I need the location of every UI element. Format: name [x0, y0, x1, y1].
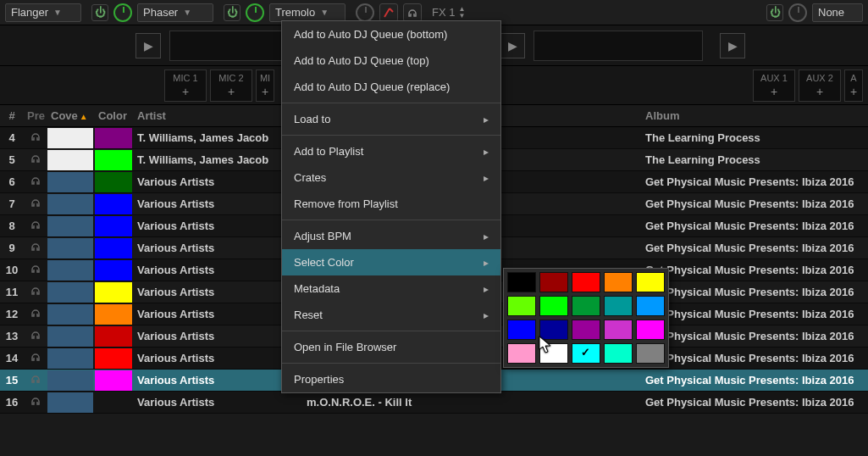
color-swatch-option[interactable]: [636, 296, 665, 316]
color-swatch-option[interactable]: [507, 343, 536, 364]
preview-button[interactable]: [24, 197, 47, 211]
preview-button[interactable]: [24, 329, 47, 343]
fx-knob-dim[interactable]: [356, 3, 374, 22]
fx-unit-selector[interactable]: FX 1 ▲▼: [427, 6, 472, 19]
menu-item-label: Select Color: [294, 256, 354, 269]
color-swatch-option[interactable]: [539, 320, 568, 340]
fx-dropdown-none[interactable]: None: [812, 3, 863, 22]
menu-item[interactable]: Adjust BPM▸: [282, 223, 500, 249]
menu-item[interactable]: Remove from Playlist: [282, 191, 500, 217]
table-row[interactable]: 16Various Artistsm.O.N.R.O.E. - Kill ItG…: [0, 392, 868, 414]
preview-button[interactable]: [24, 373, 47, 387]
col-preview[interactable]: Pre: [24, 109, 47, 122]
color-swatch-option[interactable]: [507, 296, 536, 316]
row-number: 9: [0, 242, 24, 254]
aux-2[interactable]: AUX 2+: [799, 70, 841, 102]
preview-button[interactable]: [24, 307, 47, 321]
fx-power-button[interactable]: ⏻: [224, 4, 240, 21]
aux-1[interactable]: AUX 1+: [753, 70, 795, 102]
preview-button[interactable]: [24, 175, 47, 189]
row-number: 13: [0, 330, 24, 342]
color-swatch-option[interactable]: [572, 296, 600, 316]
menu-item[interactable]: Add to Auto DJ Queue (top): [282, 47, 500, 74]
play-button[interactable]: ▶: [135, 33, 161, 58]
cover-art: [47, 216, 95, 236]
color-swatch-option[interactable]: [604, 343, 633, 364]
artist-cell: Various Artists: [134, 242, 303, 254]
plus-icon: +: [182, 85, 189, 98]
plus-icon: +: [816, 85, 823, 98]
color-swatch-option[interactable]: [636, 272, 665, 292]
menu-item-label: Adjust BPM: [294, 230, 351, 242]
preview-button[interactable]: [24, 351, 47, 365]
fx-knob[interactable]: [788, 3, 807, 22]
color-swatch-option[interactable]: [604, 272, 633, 292]
color-swatch-option[interactable]: [604, 296, 633, 316]
row-number: 6: [0, 175, 24, 188]
color-swatch-option[interactable]: [572, 272, 600, 292]
mic-1[interactable]: MIC 1+: [164, 70, 207, 102]
cover-art: [47, 194, 95, 214]
fx-knob[interactable]: [113, 3, 132, 22]
col-cover[interactable]: Cove▲: [47, 109, 95, 122]
menu-item[interactable]: Select Color▸: [282, 249, 500, 275]
headphone-cue-button[interactable]: [403, 3, 422, 22]
play-button[interactable]: ▶: [720, 33, 745, 58]
fx-power-button[interactable]: ⏻: [91, 4, 108, 21]
album-cell: Get Physical Music Presents: Ibiza 2016: [642, 308, 868, 320]
color-swatch-option[interactable]: [636, 320, 665, 340]
color-swatch-option[interactable]: [539, 296, 568, 316]
fx-slot-2: ⏻ Phaser▼: [86, 0, 218, 25]
menu-separator: [282, 363, 500, 364]
preview-button[interactable]: [24, 153, 47, 167]
col-album[interactable]: Album: [642, 109, 868, 122]
menu-item[interactable]: Reset▸: [282, 302, 500, 328]
col-color[interactable]: Color: [95, 109, 134, 122]
menu-item[interactable]: Open in File Browser: [282, 334, 500, 360]
color-swatch: [95, 326, 134, 347]
fx-dropdown-tremolo[interactable]: Tremolo▼: [269, 3, 346, 22]
row-number: 15: [0, 374, 24, 386]
menu-item[interactable]: Load to▸: [282, 106, 500, 132]
col-artist[interactable]: Artist: [134, 109, 303, 122]
mic-3[interactable]: MI+: [256, 70, 274, 102]
color-picker-submenu: [503, 268, 669, 368]
album-cell: Get Physical Music Presents: Ibiza 2016: [642, 264, 868, 276]
play-button[interactable]: ▶: [500, 33, 525, 58]
mic-2[interactable]: MIC 2+: [210, 70, 252, 102]
artist-cell: Various Artists: [134, 330, 303, 342]
fx-dropdown-flanger[interactable]: Flanger▼: [5, 3, 81, 22]
color-swatch-option[interactable]: [572, 320, 600, 340]
color-swatch-option[interactable]: [572, 343, 600, 364]
menu-item-label: Add to Auto DJ Queue (top): [294, 54, 429, 67]
color-swatch-option[interactable]: [636, 343, 665, 364]
menu-item[interactable]: Add to Auto DJ Queue (bottom): [282, 21, 500, 47]
color-swatch-option[interactable]: [604, 320, 633, 340]
artist-cell: Various Artists: [134, 396, 303, 409]
menu-item[interactable]: Metadata▸: [282, 275, 500, 302]
artist-cell: Various Artists: [134, 175, 303, 188]
color-swatch-option[interactable]: [539, 272, 568, 292]
preview-button[interactable]: [24, 241, 47, 255]
aux-3[interactable]: A+: [844, 70, 863, 102]
menu-item[interactable]: Add to Playlist▸: [282, 138, 500, 164]
preview-button[interactable]: [24, 131, 47, 145]
preview-button[interactable]: [24, 219, 47, 233]
menu-item[interactable]: Add to Auto DJ Queue (replace): [282, 74, 500, 100]
preview-button[interactable]: [24, 263, 47, 277]
color-swatch-option[interactable]: [507, 272, 536, 292]
chevron-right-icon: ▸: [484, 309, 489, 321]
artist-cell: T. Williams, James Jacob: [134, 131, 303, 144]
fx-dropdown-phaser[interactable]: Phaser▼: [137, 3, 213, 22]
menu-item[interactable]: Crates▸: [282, 164, 500, 191]
fx-knob[interactable]: [246, 3, 264, 22]
fx-power-button[interactable]: ⏻: [766, 4, 783, 21]
fx-route-button[interactable]: [379, 3, 398, 22]
color-swatch-option[interactable]: [507, 320, 536, 340]
color-swatch-option[interactable]: [539, 343, 568, 364]
menu-item[interactable]: Properties: [282, 366, 500, 392]
col-number[interactable]: #: [0, 109, 24, 122]
preview-button[interactable]: [24, 285, 47, 299]
sampler-slot[interactable]: [534, 31, 703, 61]
preview-button[interactable]: [24, 395, 47, 409]
